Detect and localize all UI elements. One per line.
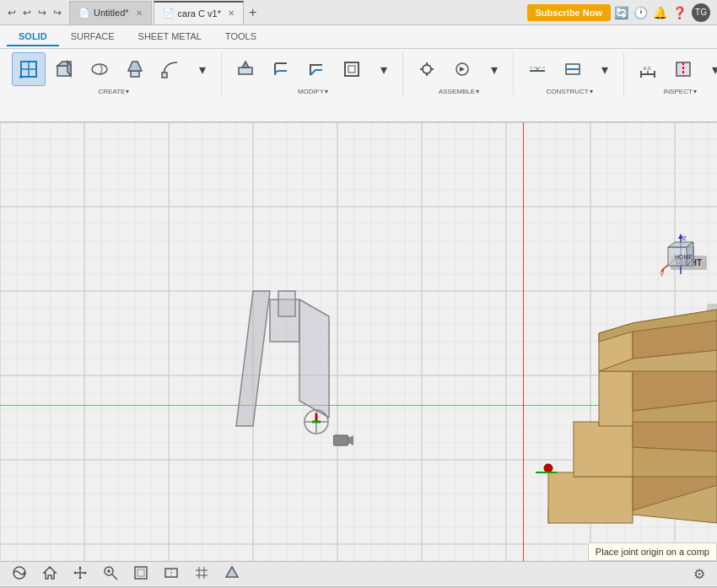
extrude-button[interactable] [47,52,81,86]
svg-point-7 [92,64,107,74]
inspect-label[interactable]: INSPECT ▾ [663,88,697,95]
measure-button[interactable]: 6.0 [631,52,665,86]
titlebar: ↩ ↩ ↪ ↪ 📄 Untitled* ✕ 📄 cara C v1* ✕ + S… [0,0,717,25]
fillet-button[interactable] [264,52,298,86]
svg-marker-12 [242,62,249,67]
tabs-area: 📄 Untitled* ✕ 📄 cara C v1* ✕ + [69,1,527,24]
svg-marker-9 [128,62,142,71]
tab-cara[interactable]: 📄 cara C v1* ✕ [154,1,244,24]
redo-button[interactable]: ↪ [35,5,49,20]
group-assemble: ▾ ASSEMBLE ▾ [405,52,514,95]
more-create-button[interactable]: ▾ [189,56,216,83]
assemble-label[interactable]: ASSEMBLE ▾ [439,88,479,95]
inspect-icons: 6.0 ▾ [631,52,717,86]
modify-label[interactable]: MODIFY ▾ [298,88,328,95]
construct-label[interactable]: CONSTRUCT ▾ [546,88,592,95]
svg-marker-82 [73,571,76,575]
press-pull-button[interactable] [229,52,262,86]
toolbar-tabs: SOLID SURFACE SHEET METAL TOOLS [0,25,717,49]
user-avatar[interactable]: TG [692,3,710,22]
section-button[interactable] [666,52,700,86]
redo-button2[interactable]: ↪ [51,5,64,20]
group-modify: ▾ MODIFY ▾ [224,52,403,95]
svg-text:Z: Z [682,235,687,242]
tab-add-button[interactable]: + [245,5,260,20]
orbit-button[interactable] [7,563,32,586]
pan-button[interactable] [67,563,93,586]
sketch-shapes [202,266,371,451]
joint-button[interactable] [410,52,444,86]
status-right: ⚙ [688,564,710,585]
shell-button[interactable] [335,52,369,86]
svg-point-15 [423,65,431,73]
tab-icon: 📄 [78,8,90,19]
statusbar: ⚙ [0,561,717,586]
tab-cara-close[interactable]: ✕ [228,8,235,18]
visual-style-button[interactable] [219,563,245,586]
tab-tools[interactable]: TOOLS [213,28,268,46]
subscribe-button[interactable]: Subscribe Now [527,4,611,21]
viewport[interactable]: RIGHT ◀ JOINTS [0,122,717,561]
loft-button[interactable] [118,52,152,86]
svg-rect-41 [278,291,295,316]
view-cube-container: Z Y HOME [658,232,704,280]
construct-icons: ▾ [520,52,618,86]
view-cube-svg[interactable]: Z Y HOME [658,232,704,278]
help-icon[interactable]: ❓ [672,6,687,19]
motion-button[interactable] [445,52,479,86]
sweep-button[interactable] [154,52,187,86]
more-inspect-button[interactable]: ▾ [702,56,717,83]
group-construct: ▾ CONSTRUCT ▾ [515,52,624,95]
svg-rect-88 [135,567,147,579]
zoom-button[interactable] [98,563,123,586]
tab-untitled-close[interactable]: ✕ [136,8,143,18]
more-assemble-button[interactable]: ▾ [481,56,508,83]
svg-rect-14 [348,66,355,73]
offset-plane-button[interactable] [520,52,554,86]
svg-rect-51 [548,472,633,523]
tab-surface[interactable]: SURFACE [59,28,127,46]
home-button[interactable] [37,563,62,586]
clock-icon[interactable]: 🕐 [633,6,648,19]
tab-cara-icon: 📄 [163,8,175,19]
svg-rect-13 [345,62,358,76]
midplane-button[interactable] [556,52,590,86]
more-construct-button[interactable]: ▾ [591,56,618,83]
svg-rect-54 [574,422,633,477]
svg-text:Y: Y [660,271,665,278]
tab-untitled-label: Untitled* [94,8,129,18]
nav-arrows: ↩ ↩ ↪ ↪ [0,5,69,20]
undo-button2[interactable]: ↩ [20,5,34,20]
chamfer-button[interactable] [299,52,333,86]
svg-rect-48 [333,435,348,445]
tab-solid[interactable]: SOLID [7,28,59,46]
more-modify-button[interactable]: ▾ [370,56,397,83]
tab-sheetmetal[interactable]: SHEET METAL [127,28,213,46]
header-icons: 🔄 🕐 🔔 ❓ TG [614,3,717,22]
fit-button[interactable] [128,563,154,586]
svg-text:HOME: HOME [675,254,693,260]
svg-rect-57 [599,371,633,426]
group-inspect: 6.0 ▾ INSPECT ▾ [626,52,717,95]
svg-marker-83 [84,571,87,575]
toolbar: SOLID SURFACE SHEET METAL TOOLS [0,25,717,122]
revolve-button[interactable] [83,52,116,86]
bell-icon[interactable]: 🔔 [653,6,667,19]
refresh-icon[interactable]: 🔄 [614,6,628,19]
section-view-button[interactable] [159,563,184,586]
undo-button[interactable]: ↩ [5,5,19,20]
settings-button[interactable]: ⚙ [688,564,710,585]
new-sketch-button[interactable] [12,52,46,86]
svg-marker-81 [78,577,82,580]
svg-marker-39 [236,291,270,426]
create-icons: ▾ [12,52,216,86]
status-left [7,563,245,586]
group-create: ▾ CREATE ▾ [7,52,222,95]
create-label[interactable]: CREATE ▾ [99,88,130,95]
tab-untitled[interactable]: 📄 Untitled* ✕ [69,1,152,24]
grid-toggle-button[interactable] [189,563,214,586]
modify-icons: ▾ [229,52,397,86]
camera-icon [333,433,353,448]
svg-rect-89 [137,569,144,576]
svg-rect-11 [239,67,252,74]
